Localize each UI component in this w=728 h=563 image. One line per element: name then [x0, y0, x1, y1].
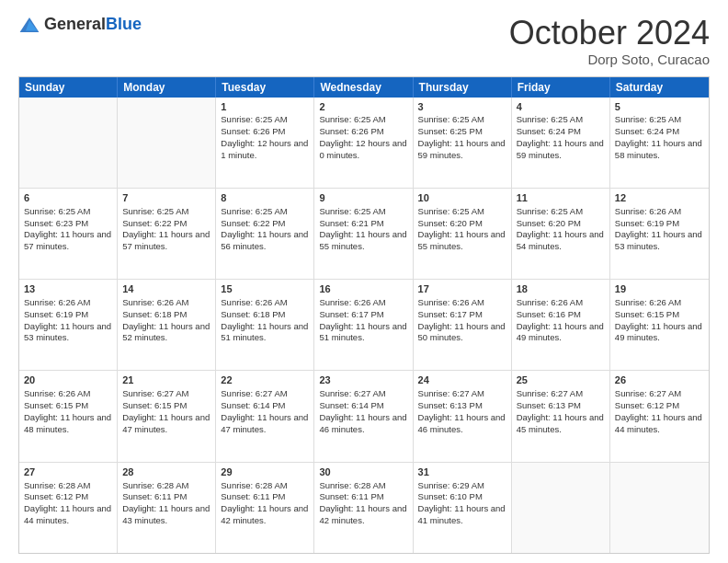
sunset-text: Sunset: 6:17 PM	[418, 309, 483, 319]
calendar-cell: 15Sunrise: 6:26 AMSunset: 6:18 PMDayligh…	[216, 280, 314, 370]
sunrise-text: Sunrise: 6:25 AM	[122, 206, 188, 216]
header-day-friday: Friday	[512, 77, 610, 98]
calendar-header: SundayMondayTuesdayWednesdayThursdayFrid…	[19, 77, 709, 98]
day-number: 10	[418, 191, 506, 205]
sunset-text: Sunset: 6:20 PM	[418, 218, 483, 228]
calendar-row-1: 6Sunrise: 6:25 AMSunset: 6:23 PMDaylight…	[19, 188, 709, 279]
logo: GeneralBlue	[18, 15, 142, 34]
header-day-sunday: Sunday	[19, 77, 118, 98]
calendar-cell: 8Sunrise: 6:25 AMSunset: 6:22 PMDaylight…	[216, 189, 314, 279]
day-number: 25	[517, 373, 605, 387]
daylight-text: Daylight: 11 hours and 59 minutes.	[517, 138, 604, 160]
calendar-cell: 12Sunrise: 6:26 AMSunset: 6:19 PMDayligh…	[610, 189, 709, 279]
header-day-saturday: Saturday	[610, 77, 709, 98]
sunrise-text: Sunrise: 6:25 AM	[418, 114, 484, 124]
day-number: 21	[122, 373, 210, 387]
calendar-cell: 29Sunrise: 6:28 AMSunset: 6:11 PMDayligh…	[216, 463, 314, 553]
day-number: 6	[24, 191, 112, 205]
sunset-text: Sunset: 6:13 PM	[517, 400, 581, 410]
calendar-cell: 2Sunrise: 6:25 AMSunset: 6:26 PMDaylight…	[314, 98, 413, 188]
sunset-text: Sunset: 6:15 PM	[615, 309, 679, 319]
sunrise-text: Sunrise: 6:26 AM	[615, 206, 681, 216]
day-number: 4	[517, 100, 605, 114]
calendar-cell: 22Sunrise: 6:27 AMSunset: 6:14 PMDayligh…	[216, 371, 314, 461]
calendar-row-2: 13Sunrise: 6:26 AMSunset: 6:19 PMDayligh…	[19, 279, 709, 370]
sunrise-text: Sunrise: 6:26 AM	[517, 297, 583, 307]
day-number: 9	[319, 191, 407, 205]
sunset-text: Sunset: 6:12 PM	[615, 400, 679, 410]
sunrise-text: Sunrise: 6:28 AM	[319, 480, 385, 490]
sunrise-text: Sunrise: 6:25 AM	[221, 114, 287, 124]
sunrise-text: Sunrise: 6:27 AM	[319, 388, 385, 398]
daylight-text: Daylight: 11 hours and 46 minutes.	[418, 412, 506, 434]
sunrise-text: Sunrise: 6:26 AM	[24, 297, 90, 307]
sunrise-text: Sunrise: 6:27 AM	[615, 388, 681, 398]
daylight-text: Daylight: 11 hours and 44 minutes.	[615, 412, 702, 434]
calendar-cell: 27Sunrise: 6:28 AMSunset: 6:12 PMDayligh…	[19, 463, 118, 553]
sunset-text: Sunset: 6:19 PM	[24, 309, 88, 319]
sunrise-text: Sunrise: 6:27 AM	[221, 388, 287, 398]
sunrise-text: Sunrise: 6:25 AM	[418, 206, 484, 216]
month-title: October 2024	[509, 15, 710, 52]
day-number: 16	[319, 282, 407, 296]
day-number: 5	[615, 100, 704, 114]
calendar-cell: 5Sunrise: 6:25 AMSunset: 6:24 PMDaylight…	[610, 98, 709, 188]
header-day-monday: Monday	[118, 77, 216, 98]
sunset-text: Sunset: 6:15 PM	[24, 400, 88, 410]
calendar-row-3: 20Sunrise: 6:26 AMSunset: 6:15 PMDayligh…	[19, 370, 709, 461]
logo-text: GeneralBlue	[44, 15, 142, 34]
header-day-tuesday: Tuesday	[216, 77, 314, 98]
sunrise-text: Sunrise: 6:26 AM	[122, 297, 188, 307]
calendar-cell: 21Sunrise: 6:27 AMSunset: 6:15 PMDayligh…	[118, 371, 216, 461]
calendar-cell: 13Sunrise: 6:26 AMSunset: 6:19 PMDayligh…	[19, 280, 118, 370]
calendar-cell: 31Sunrise: 6:29 AMSunset: 6:10 PMDayligh…	[414, 463, 512, 553]
day-number: 11	[517, 191, 605, 205]
daylight-text: Daylight: 12 hours and 0 minutes.	[319, 138, 406, 160]
day-number: 23	[319, 373, 407, 387]
daylight-text: Daylight: 11 hours and 58 minutes.	[615, 138, 702, 160]
sunset-text: Sunset: 6:14 PM	[319, 400, 383, 410]
calendar-cell: 7Sunrise: 6:25 AMSunset: 6:22 PMDaylight…	[118, 189, 216, 279]
sunrise-text: Sunrise: 6:28 AM	[122, 480, 188, 490]
sunrise-text: Sunrise: 6:25 AM	[24, 206, 90, 216]
day-number: 31	[418, 465, 506, 479]
logo-general: General	[44, 15, 106, 33]
daylight-text: Daylight: 11 hours and 45 minutes.	[517, 412, 604, 434]
daylight-text: Daylight: 11 hours and 55 minutes.	[319, 229, 406, 251]
calendar-cell: 28Sunrise: 6:28 AMSunset: 6:11 PMDayligh…	[118, 463, 216, 553]
day-number: 27	[24, 465, 112, 479]
day-number: 30	[319, 465, 407, 479]
location-title: Dorp Soto, Curacao	[509, 52, 710, 67]
calendar-cell: 20Sunrise: 6:26 AMSunset: 6:15 PMDayligh…	[19, 371, 118, 461]
daylight-text: Daylight: 11 hours and 47 minutes.	[221, 412, 308, 434]
sunrise-text: Sunrise: 6:27 AM	[122, 388, 188, 398]
sunset-text: Sunset: 6:24 PM	[615, 126, 679, 136]
sunset-text: Sunset: 6:15 PM	[122, 400, 187, 410]
sunset-text: Sunset: 6:24 PM	[517, 126, 581, 136]
calendar-cell: 3Sunrise: 6:25 AMSunset: 6:25 PMDaylight…	[414, 98, 512, 188]
calendar-cell	[512, 463, 610, 553]
sunrise-text: Sunrise: 6:25 AM	[319, 114, 385, 124]
calendar-cell: 11Sunrise: 6:25 AMSunset: 6:20 PMDayligh…	[512, 189, 610, 279]
day-number: 18	[517, 282, 605, 296]
daylight-text: Daylight: 11 hours and 50 minutes.	[418, 321, 506, 343]
daylight-text: Daylight: 11 hours and 53 minutes.	[615, 229, 702, 251]
logo-blue: Blue	[106, 15, 142, 33]
sunrise-text: Sunrise: 6:26 AM	[24, 388, 90, 398]
calendar-cell: 1Sunrise: 6:25 AMSunset: 6:26 PMDaylight…	[216, 98, 314, 188]
day-number: 24	[418, 373, 506, 387]
sunset-text: Sunset: 6:18 PM	[122, 309, 187, 319]
sunrise-text: Sunrise: 6:28 AM	[221, 480, 287, 490]
calendar-cell: 17Sunrise: 6:26 AMSunset: 6:17 PMDayligh…	[414, 280, 512, 370]
day-number: 29	[221, 465, 309, 479]
sunset-text: Sunset: 6:11 PM	[122, 491, 187, 501]
day-number: 13	[24, 282, 112, 296]
sunrise-text: Sunrise: 6:25 AM	[517, 206, 583, 216]
calendar-cell: 24Sunrise: 6:27 AMSunset: 6:13 PMDayligh…	[414, 371, 512, 461]
sunrise-text: Sunrise: 6:25 AM	[319, 206, 385, 216]
sunset-text: Sunset: 6:11 PM	[221, 491, 285, 501]
daylight-text: Daylight: 11 hours and 42 minutes.	[319, 503, 406, 525]
daylight-text: Daylight: 11 hours and 57 minutes.	[122, 229, 210, 251]
sunset-text: Sunset: 6:23 PM	[24, 218, 88, 228]
calendar-cell	[19, 98, 118, 188]
